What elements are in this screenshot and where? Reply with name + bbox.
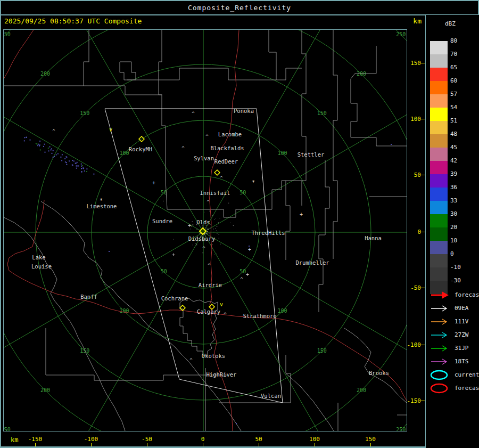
town-cross-marker: + [246, 272, 249, 278]
scale-color-swatch [430, 54, 448, 68]
echo-pixel [81, 168, 82, 169]
legend-item: forecast [430, 288, 479, 302]
scale-value-label: 33 [450, 197, 457, 204]
range-ring-distance-label: 200 [357, 387, 366, 393]
echo-pixel [54, 156, 55, 157]
summit-marker: ^ [181, 145, 185, 151]
echo-pixel [60, 157, 61, 158]
legend-item: 27ZW [430, 328, 479, 341]
reflectivity-color-scale: 807065605754514845423936333020100-10-30 [430, 41, 478, 294]
clutter-pixel [190, 229, 191, 229]
echo-pixel [49, 146, 51, 148]
bottom-axis-tick-mark [91, 443, 92, 446]
azimuth-line [203, 83, 407, 232]
bottom-axis-tick-label: 150 [359, 436, 382, 443]
city-label: Sylvan [194, 155, 214, 161]
range-ring-distance-label: 250 [4, 427, 11, 431]
sidebar: dBZ 807065605754514845423936333020100-10… [426, 15, 479, 448]
bottom-axis-tick-label: -100 [79, 436, 103, 443]
clutter-pixel [216, 230, 217, 231]
right-axis-tick-mark [421, 175, 425, 175]
clutter-pixel [218, 234, 219, 234]
scale-value-label: 30 [450, 210, 457, 217]
town-cross-marker: + [172, 252, 175, 258]
scale-color-swatch [430, 214, 448, 227]
echo-pixel [26, 137, 27, 138]
clutter-pixel [218, 222, 219, 223]
city-label: Limestone [87, 203, 117, 209]
summit-marker: ^ [202, 246, 205, 251]
scale-color-swatch [430, 161, 448, 174]
echo-pixel [93, 174, 94, 175]
clutter-pixel [226, 246, 226, 246]
clutter-pixel [207, 233, 208, 234]
summit-marker: ^ [220, 175, 223, 181]
clutter-pixel [203, 227, 204, 227]
radar-map-canvas[interactable]: 5050505010010010010015015015015020020020… [4, 30, 407, 431]
range-ring-distance-label: 150 [80, 110, 89, 116]
clutter-pixel [196, 229, 197, 230]
scale-value-label: 60 [450, 77, 457, 84]
scale-value-label: 70 [450, 51, 457, 58]
echo-pixel [24, 137, 25, 138]
legend-label: forecast [455, 291, 479, 298]
clutter-pixel [205, 227, 205, 228]
bottom-axis-tick-mark [315, 443, 315, 446]
summit-marker: ^ [192, 111, 195, 116]
scale-color-swatch [430, 134, 448, 148]
right-axis-tick-mark [421, 401, 425, 401]
legend-item: current [430, 368, 479, 381]
scale-value-label: 54 [450, 104, 457, 111]
azimuth-line [203, 232, 407, 381]
legend-label: 31JP [455, 345, 469, 352]
window-border-top [0, 0, 479, 1]
echo-pixel [48, 148, 49, 149]
bottom-axis-tick-label: -150 [23, 436, 47, 443]
echo-pixel [53, 150, 54, 151]
clutter-pixel [217, 233, 217, 234]
right-axis-tick-label: -50 [410, 284, 421, 291]
range-ring-distance-label: 50 [240, 190, 246, 196]
city-label: Ponoka [234, 108, 254, 114]
scale-value-label: 42 [450, 157, 457, 164]
right-axis-tick-mark [421, 119, 425, 119]
clutter-pixel [214, 255, 214, 255]
city-label: Cochrane [161, 295, 188, 302]
bottom-axis-tick-mark [259, 443, 259, 446]
echo-pixel [65, 161, 66, 162]
city-label: Brooks [369, 370, 389, 376]
clutter-pixel [207, 225, 207, 226]
storm-arrow-icon [430, 289, 450, 301]
clutter-pixel [220, 244, 221, 245]
boundary-line [286, 181, 290, 260]
right-axis-tick-label: 0 [417, 229, 421, 235]
right-axis-tick-mark [421, 232, 425, 232]
city-label: RockyMH [129, 146, 152, 152]
range-ring-distance-label: 200 [40, 71, 50, 77]
bottom-axis-tick-label: 0 [191, 436, 214, 443]
echo-pixel [86, 168, 87, 169]
summit-marker: ^ [224, 312, 227, 317]
boundary-line [166, 181, 302, 217]
clutter-pixel [196, 245, 197, 245]
storm-ellipse-icon [430, 382, 450, 394]
echo-pixel [44, 144, 45, 145]
boundary-line [286, 373, 334, 431]
echo-pixel [62, 154, 63, 155]
bottom-axis-tick-label: -50 [135, 436, 159, 443]
echo-pixel [37, 145, 38, 146]
echo-pixel [66, 162, 67, 163]
echo-pixel [72, 165, 73, 166]
city-label: HighRiver [207, 371, 237, 378]
boundary-line [302, 30, 306, 206]
clutter-pixel [213, 229, 214, 229]
echo-pixel [72, 160, 73, 161]
city-label: Banff [80, 294, 97, 300]
summit-marker: ^ [240, 276, 243, 282]
precipitation-echoes [24, 137, 392, 424]
city-label: Sundre [152, 218, 172, 224]
range-ring-distance-label: 200 [357, 71, 366, 77]
range-ring-distance-label: 50 [161, 268, 167, 274]
echo-pixel [36, 143, 37, 144]
storm-arrow-icon [430, 343, 450, 354]
